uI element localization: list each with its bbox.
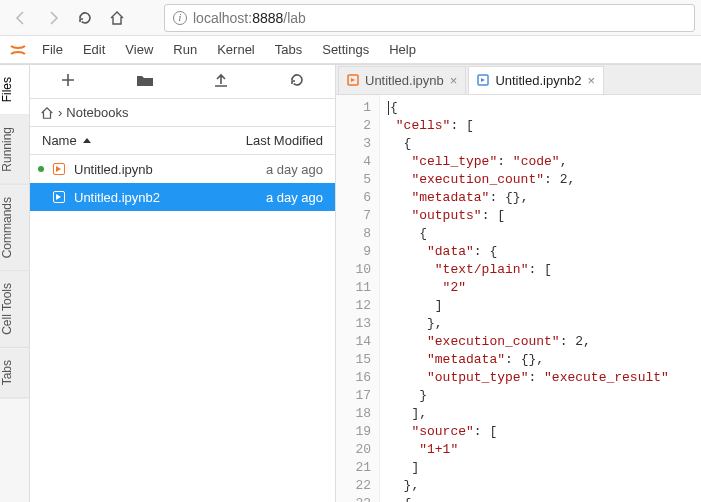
code-content[interactable]: { "cells": [ { "cell_type": "code", "exe… — [380, 95, 677, 502]
sort-asc-icon — [83, 137, 91, 145]
tab-label: Untitled.ipynb2 — [495, 73, 581, 88]
editor-area: Untitled.ipynb×Untitled.ipynb2× 12345678… — [336, 65, 701, 502]
upload-button[interactable] — [213, 72, 229, 91]
file-list-header: Name Last Modified — [30, 127, 335, 155]
close-icon[interactable]: × — [587, 73, 595, 88]
reload-button[interactable] — [70, 4, 100, 32]
forward-button[interactable] — [38, 4, 68, 32]
notebook-icon — [477, 74, 489, 88]
document-tab-bar: Untitled.ipynb×Untitled.ipynb2× — [336, 65, 701, 95]
home-icon — [40, 106, 54, 120]
side-tab-commands[interactable]: Commands — [0, 185, 29, 271]
home-button[interactable] — [102, 4, 132, 32]
back-button[interactable] — [6, 4, 36, 32]
menu-kernel[interactable]: Kernel — [207, 36, 265, 63]
menu-run[interactable]: Run — [163, 36, 207, 63]
notebook-icon — [52, 190, 66, 204]
breadcrumb-folder[interactable]: Notebooks — [66, 105, 128, 120]
browser-toolbar: i localhost:8888/lab — [0, 0, 701, 36]
new-item-button[interactable] — [60, 72, 76, 91]
file-row[interactable]: Untitled.ipynba day ago — [30, 155, 335, 183]
new-folder-button[interactable] — [136, 73, 154, 90]
url-bar[interactable]: i localhost:8888/lab — [164, 4, 695, 32]
tab-label: Untitled.ipynb — [365, 73, 444, 88]
file-modified: a day ago — [266, 162, 323, 177]
side-tab-files[interactable]: Files — [0, 65, 29, 115]
file-browser-toolbar — [30, 65, 335, 99]
refresh-button[interactable] — [289, 72, 305, 91]
header-name[interactable]: Name — [42, 133, 77, 148]
file-browser-panel: › Notebooks Name Last Modified Untitled.… — [30, 65, 336, 502]
menu-bar: FileEditViewRunKernelTabsSettingsHelp — [0, 36, 701, 64]
side-tab-tabs[interactable]: Tabs — [0, 348, 29, 398]
header-modified[interactable]: Last Modified — [246, 133, 323, 148]
line-number-gutter: 1234567891011121314151617181920212223 — [336, 95, 380, 502]
file-name: Untitled.ipynb — [74, 162, 258, 177]
menu-tabs[interactable]: Tabs — [265, 36, 312, 63]
running-indicator — [38, 166, 44, 172]
menu-help[interactable]: Help — [379, 36, 426, 63]
file-name: Untitled.ipynb2 — [74, 190, 258, 205]
file-row[interactable]: Untitled.ipynb2a day ago — [30, 183, 335, 211]
notebook-icon — [52, 162, 66, 176]
jupyter-logo[interactable] — [4, 36, 32, 64]
info-icon: i — [173, 11, 187, 25]
main-area: FilesRunningCommandsCell ToolsTabs › Not… — [0, 64, 701, 502]
file-list: Untitled.ipynba day agoUntitled.ipynb2a … — [30, 155, 335, 502]
document-tab[interactable]: Untitled.ipynb× — [338, 66, 466, 94]
close-icon[interactable]: × — [450, 73, 458, 88]
notebook-icon — [347, 74, 359, 88]
side-tab-strip: FilesRunningCommandsCell ToolsTabs — [0, 65, 30, 502]
file-modified: a day ago — [266, 190, 323, 205]
url-text: localhost:8888/lab — [193, 10, 306, 26]
document-tab[interactable]: Untitled.ipynb2× — [468, 66, 604, 94]
menu-settings[interactable]: Settings — [312, 36, 379, 63]
code-editor[interactable]: 1234567891011121314151617181920212223 { … — [336, 95, 701, 502]
breadcrumb-sep: › — [58, 105, 62, 120]
menu-view[interactable]: View — [115, 36, 163, 63]
running-indicator — [38, 194, 44, 200]
menu-edit[interactable]: Edit — [73, 36, 115, 63]
breadcrumb[interactable]: › Notebooks — [30, 99, 335, 127]
side-tab-running[interactable]: Running — [0, 115, 29, 185]
side-tab-cell-tools[interactable]: Cell Tools — [0, 271, 29, 348]
menu-file[interactable]: File — [32, 36, 73, 63]
